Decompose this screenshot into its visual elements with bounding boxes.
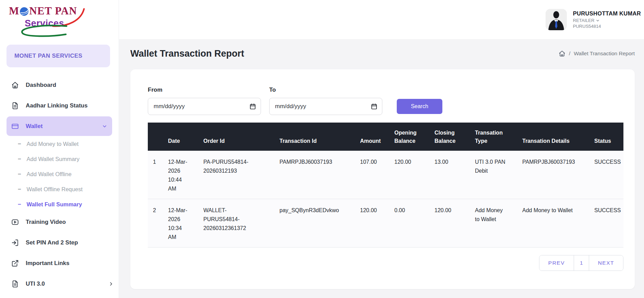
logo-globe-icon	[20, 7, 29, 16]
cell-index: 2	[148, 199, 163, 248]
sidebar-subitem-label: Add Money to Wallet	[26, 141, 79, 147]
search-button[interactable]: Search	[397, 99, 442, 114]
cell-status: SUCCESS	[589, 151, 623, 199]
monet-pan-logo: M NET PAN Services	[9, 5, 95, 40]
sidebar-subitem-add-wallet-summary[interactable]: – Add Wallet Summary	[0, 151, 119, 167]
user-name: PURUSHOTTAM KUMAR	[573, 10, 641, 17]
dash-prefix: –	[18, 186, 21, 193]
sidebar-item-wallet[interactable]: Wallet	[7, 116, 112, 136]
chevron-right-icon	[108, 281, 114, 287]
avatar	[546, 9, 567, 30]
logo-subtitle: Services	[25, 18, 95, 29]
sidebar-item-label: Aadhar Linking Status	[26, 102, 87, 109]
sidebar-item-dashboard[interactable]: Dashboard	[0, 75, 119, 95]
main-area: PURUSHOTTAM KUMAR RETAILER PURUS54814 Wa…	[119, 0, 644, 298]
sidebar-subitem-label: Wallet Offline Request	[26, 186, 82, 193]
calendar-icon[interactable]	[371, 103, 378, 110]
user-role-label: RETAILER	[573, 18, 595, 23]
cell-transation-type: UTI 3.0 PAN Debit	[470, 151, 517, 199]
sidebar-item-label: Set PIN And 2 Step	[26, 239, 78, 246]
col-closing-balance: Closing Balance	[429, 123, 470, 151]
login-icon	[11, 239, 19, 247]
sidebar-subitem-label: Add Wallet Summary	[26, 156, 79, 162]
page-number-button[interactable]: 1	[574, 255, 589, 271]
sidebar-subitem-label: Wallet Full Summary	[26, 201, 82, 208]
page-head: Wallet Transaction Report / Wallet Trans…	[130, 46, 635, 61]
to-date-input[interactable]	[269, 98, 382, 115]
cell-transation-details: PAMRPJBJ60037193	[517, 151, 589, 199]
sidebar-subitem-add-money-to-wallet[interactable]: – Add Money to Wallet	[0, 136, 119, 151]
cell-closing-balance: 13.00	[429, 151, 470, 199]
brand-box: MONET PAN SERVICES	[7, 45, 110, 67]
cell-order-id: PA-PURUS54814-20260312193	[198, 151, 274, 199]
sidebar-item-uti-3-0[interactable]: UTI 3.0	[0, 274, 119, 294]
from-label: From	[148, 87, 261, 93]
to-label: To	[269, 87, 382, 93]
user-meta: PURUSHOTTAM KUMAR RETAILER PURUS54814	[573, 10, 641, 29]
cell-closing-balance: 120.00	[429, 199, 470, 248]
document-icon	[11, 102, 19, 110]
cell-transaction-id: PAMRPJBJ60037193	[274, 151, 355, 199]
calendar-icon[interactable]	[249, 103, 256, 110]
sidebar-nav: Dashboard Aadhar Linking Status Wallet –…	[0, 67, 119, 294]
pager-group: PREV 1 NEXT	[539, 255, 623, 271]
transactions-table: Date Order Id Transaction Id Amount Open…	[148, 123, 623, 248]
col-amount: Amount	[355, 123, 389, 151]
from-field: From	[148, 87, 261, 115]
sidebar-subitem-wallet-full-summary[interactable]: – Wallet Full Summary	[0, 197, 119, 212]
logo-title-rest: NET PAN	[29, 5, 77, 17]
cell-transation-type: Add Money to Wallet	[470, 199, 517, 248]
col-order-id: Order Id	[198, 123, 274, 151]
sidebar-item-aadhar-linking-status[interactable]: Aadhar Linking Status	[0, 95, 119, 116]
report-card: From To Search	[130, 69, 635, 289]
document-icon	[11, 280, 19, 288]
dash-prefix: –	[18, 156, 21, 162]
col-transation-type: Transation Type	[470, 123, 517, 151]
sidebar-item-label: Training Video	[26, 219, 66, 226]
sidebar-item-label: Important Links	[26, 260, 70, 267]
cell-date: 12-Mar-2026 10:44 AM	[163, 151, 198, 199]
external-link-icon	[11, 260, 19, 267]
filters: From To Search	[148, 87, 623, 115]
dash-prefix: –	[18, 171, 21, 177]
sidebar-item-set-pin-2step[interactable]: Set PIN And 2 Step	[0, 232, 119, 253]
breadcrumb-separator: /	[569, 50, 570, 57]
content: Wallet Transaction Report / Wallet Trans…	[119, 39, 644, 298]
table-row: 1 12-Mar-2026 10:44 AM PA-PURUS54814-202…	[148, 151, 623, 199]
cell-amount: 107.00	[355, 151, 389, 199]
next-page-button[interactable]: NEXT	[589, 255, 623, 271]
col-transaction-id: Transaction Id	[274, 123, 355, 151]
home-icon[interactable]	[559, 50, 565, 57]
cell-transation-details: Add Money to Wallet	[517, 199, 589, 248]
cell-amount: 120.00	[355, 199, 389, 248]
sidebar-subitem-wallet-offline-request[interactable]: – Wallet Offline Request	[0, 182, 119, 197]
logo-title: M NET PAN	[9, 5, 95, 17]
cell-status: SUCCESS	[589, 199, 623, 248]
from-date-input[interactable]	[148, 98, 261, 115]
sidebar-item-training-video[interactable]: Training Video	[0, 212, 119, 232]
app-root: M NET PAN Services MONET PAN SERVICES Da…	[0, 0, 644, 298]
table-header: Date Order Id Transaction Id Amount Open…	[148, 123, 623, 151]
sidebar-subitem-add-wallet-offline[interactable]: – Add Wallet Offline	[0, 167, 119, 182]
sidebar-item-important-links[interactable]: Important Links	[0, 253, 119, 274]
logo-letter-m: M	[9, 5, 19, 17]
dash-prefix: –	[18, 140, 21, 147]
sidebar-item-label: UTI 3.0	[26, 280, 45, 287]
cell-index: 1	[148, 151, 163, 199]
user-silhouette-icon	[546, 9, 567, 30]
col-index	[148, 123, 163, 151]
pagination: PREV 1 NEXT	[148, 255, 623, 271]
cell-transaction-id: pay_SQBynR3dEDvkwo	[274, 199, 355, 248]
breadcrumb-current: Wallet Transaction Report	[574, 50, 635, 57]
col-transation-details: Transation Details	[517, 123, 589, 151]
home-icon	[11, 81, 19, 89]
user-id: PURUS54814	[573, 24, 641, 29]
user-role-selector[interactable]: RETAILER	[573, 18, 641, 23]
prev-page-button[interactable]: PREV	[539, 255, 574, 271]
breadcrumb: / Wallet Transaction Report	[559, 50, 635, 57]
table-row: 2 12-Mar-2026 10:34 AM WALLET-PURUS54814…	[148, 199, 623, 248]
wallet-card-icon	[11, 123, 19, 130]
cell-order-id: WALLET-PURUS54814-20260312361372	[198, 199, 274, 248]
col-date: Date	[163, 123, 198, 151]
chevron-down-icon	[102, 124, 107, 129]
